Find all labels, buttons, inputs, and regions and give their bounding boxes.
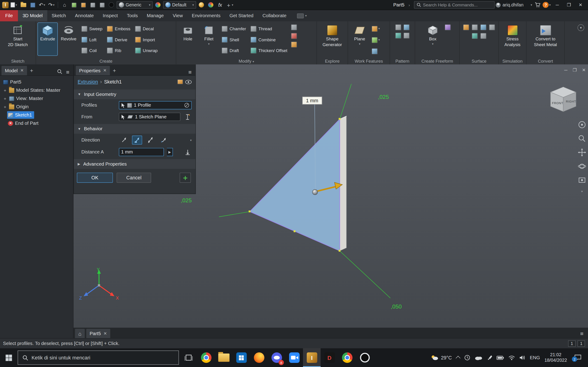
network-icon[interactable] xyxy=(509,355,515,360)
measure-add-button[interactable]: ＋▾ xyxy=(225,1,233,9)
tab-3d-model[interactable]: 3D Model xyxy=(18,10,47,21)
clock-button[interactable]: 21:02 18/04/2022 xyxy=(545,352,567,363)
look-at-icon[interactable] xyxy=(578,176,586,184)
docbar-menu-icon[interactable]: ≡ xyxy=(578,330,586,337)
tab-sketch[interactable]: Sketch xyxy=(47,10,70,21)
clock-tray-icon[interactable] xyxy=(464,355,470,361)
properties-menu-icon[interactable]: ≡ xyxy=(186,69,194,75)
direction-asymmetric-button[interactable] xyxy=(158,135,168,144)
preview-eye-icon[interactable] xyxy=(185,80,192,84)
view-cube[interactable]: FRONT RIGHT xyxy=(546,83,580,115)
inventor-app-logo[interactable]: I xyxy=(2,2,9,8)
breadcrumb-extrusion[interactable]: Extrusion xyxy=(78,79,98,84)
close-icon[interactable]: ✕ xyxy=(103,68,107,73)
chrome2-taskbar-button[interactable] xyxy=(338,348,356,367)
point-button[interactable] xyxy=(372,37,378,43)
stitch-button[interactable] xyxy=(463,24,469,30)
window-restore-button[interactable]: ❐ xyxy=(564,1,574,9)
axis-button[interactable] xyxy=(372,26,378,32)
select-priority-button[interactable] xyxy=(98,1,106,9)
file-explorer-taskbar-button[interactable] xyxy=(215,348,233,367)
update-button[interactable] xyxy=(79,1,87,9)
viewcube-right-label[interactable]: RIGHT xyxy=(566,100,576,103)
doc-restore-button[interactable]: ❐ xyxy=(573,67,577,73)
shell-button[interactable]: Shell xyxy=(220,34,248,45)
tab-model[interactable]: Model ✕ xyxy=(2,66,27,75)
point-dropdown-icon[interactable]: ▾ xyxy=(378,38,380,42)
new-document-button[interactable]: ▾ xyxy=(10,1,18,9)
adjust-appearance-button[interactable] xyxy=(197,1,206,9)
help-search-input[interactable] xyxy=(423,2,492,7)
trim-button[interactable] xyxy=(480,24,486,30)
mirror-button[interactable] xyxy=(395,33,401,39)
patch-button[interactable] xyxy=(472,24,478,30)
tray-expand-icon[interactable] xyxy=(456,356,460,361)
import-button[interactable]: Import xyxy=(133,34,159,45)
orbit-icon[interactable] xyxy=(578,162,586,170)
tree-item-sketch1[interactable]: Sketch1 xyxy=(0,111,73,119)
new-feature-button[interactable]: ＋ xyxy=(180,173,191,183)
tab-get-started[interactable]: Get Started xyxy=(225,10,258,21)
select-tool-button[interactable] xyxy=(88,1,97,9)
davinci-taskbar-button[interactable]: D xyxy=(321,348,338,367)
freeform-box-button[interactable]: Box ▾ xyxy=(423,23,443,56)
revolve-button[interactable]: Revolve xyxy=(59,23,79,56)
home-tab-button[interactable]: ⌂ xyxy=(75,329,85,338)
derive-button[interactable]: Derive xyxy=(105,34,132,45)
move-bodies-button[interactable] xyxy=(291,42,297,48)
plane-dropdown-icon[interactable]: ▾ xyxy=(359,42,360,46)
emboss-button[interactable]: Emboss xyxy=(105,23,132,34)
appearance-favorite-button[interactable] xyxy=(154,1,162,9)
weather-button[interactable]: 29°C xyxy=(431,355,452,361)
cancel-button[interactable]: Cancel xyxy=(117,173,151,183)
fillet-dropdown-icon[interactable]: ▾ xyxy=(208,42,210,46)
section-advanced-properties[interactable]: ▶ Advanced Properties xyxy=(74,159,195,169)
thicken-offset-button[interactable]: Thicken/ Offset xyxy=(249,45,289,56)
distance-input[interactable] xyxy=(119,148,164,156)
tab-annotate[interactable]: Annotate xyxy=(70,10,98,21)
task-view-button[interactable] xyxy=(180,348,197,367)
circular-pattern-button[interactable] xyxy=(404,24,409,30)
freeform-box-dropdown-icon[interactable]: ▾ xyxy=(432,42,434,46)
expander-icon[interactable]: ＋ xyxy=(3,104,7,109)
sculpt-button[interactable] xyxy=(472,33,478,39)
ribbon-appearance-button[interactable]: ▾ xyxy=(294,10,310,21)
add-browser-tab-button[interactable]: ＋ xyxy=(28,66,35,75)
parameters-fx-button[interactable]: fx xyxy=(216,1,224,9)
window-minimize-button[interactable]: ─ xyxy=(552,1,562,9)
from-field[interactable]: 1 Sketch Plane xyxy=(119,113,181,121)
decal-button[interactable]: Decal xyxy=(133,23,159,34)
split-button[interactable] xyxy=(291,24,297,30)
expander-icon[interactable]: ＋ xyxy=(3,96,7,101)
microsoft-store-taskbar-button[interactable] xyxy=(233,348,250,367)
dimension-leader[interactable] xyxy=(340,84,351,119)
start-button[interactable] xyxy=(0,348,18,367)
tab-file[interactable]: File xyxy=(0,10,18,21)
appearance-combobox[interactable]: Default ▾ xyxy=(163,1,196,9)
navbar-more-icon[interactable]: ▾ xyxy=(581,190,583,193)
chrome-taskbar-button[interactable] xyxy=(197,348,215,367)
home-button[interactable]: ⌂ xyxy=(61,1,69,9)
navigation-wheel-icon[interactable] xyxy=(578,121,586,129)
help-search-box[interactable] xyxy=(414,1,494,9)
onedrive-icon[interactable] xyxy=(475,355,482,360)
tab-manage[interactable]: Manage xyxy=(142,10,168,21)
tree-item-part[interactable]: Part5 xyxy=(0,78,73,86)
account-button[interactable]: ariq.dhifan ▾ xyxy=(496,1,532,9)
direction-flipped-button[interactable] xyxy=(132,135,142,144)
extrude-button[interactable]: Extrude xyxy=(37,23,58,56)
open-button[interactable] xyxy=(19,1,27,9)
plane-button[interactable]: Plane ▾ xyxy=(350,23,370,56)
a360-button[interactable] xyxy=(107,1,115,9)
dimension-leader[interactable] xyxy=(340,251,390,298)
tab-tools[interactable]: Tools xyxy=(122,10,142,21)
sketch-driven-pattern-button[interactable] xyxy=(404,33,409,39)
firefox-taskbar-button[interactable] xyxy=(250,348,268,367)
midpoint-marker[interactable] xyxy=(294,230,295,232)
start-2d-sketch-button[interactable]: Start 2D Sketch xyxy=(8,23,28,56)
convert-to-sheet-metal-button[interactable]: Convert to Sheet Metal xyxy=(529,23,562,56)
manipulator-sphere[interactable] xyxy=(312,190,318,195)
tree-item-model-states[interactable]: ＋ Model States: Master xyxy=(0,86,73,94)
save-button[interactable] xyxy=(28,1,37,9)
vertex-marker[interactable] xyxy=(338,118,340,120)
